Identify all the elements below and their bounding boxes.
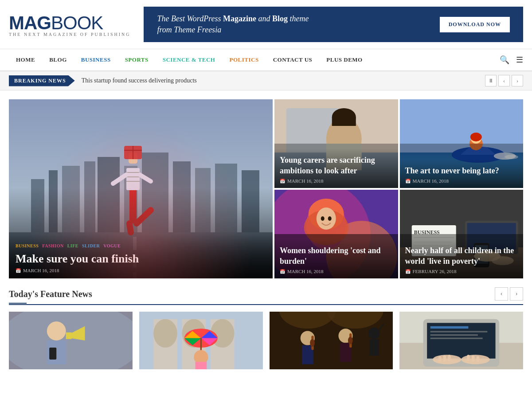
- women-date: MARCH 16, 2018: [280, 269, 393, 274]
- breaking-news-text: This startup found success delivering pr…: [82, 77, 485, 84]
- svg-point-104: [310, 339, 315, 347]
- svg-point-108: [348, 336, 352, 344]
- nav-item-home[interactable]: HOME: [9, 49, 42, 71]
- logo-sub: THE NEXT MAGAZINE OF PUBLISHING: [9, 32, 130, 37]
- tag-vogue[interactable]: VOGUE: [103, 243, 121, 248]
- feature-news-section: Today's Feature News ‹ ›: [0, 283, 532, 378]
- section-title: Today's Feature News: [9, 289, 92, 299]
- nav-item-sports[interactable]: SPORTS: [118, 49, 156, 71]
- feature-prev-button[interactable]: ‹: [495, 287, 508, 301]
- header-ad[interactable]: The Best WordPress Magazine and Blog the…: [144, 7, 523, 42]
- late-title: The art to never being late?: [405, 166, 518, 176]
- featured-date: MARCH 16, 2018: [16, 268, 266, 273]
- svg-rect-0: [9, 99, 273, 278]
- article-poverty[interactable]: BUSINESS Nearly half of all children in …: [400, 190, 524, 278]
- svg-line-28: [140, 175, 151, 181]
- poverty-title: Nearly half of all children in the world…: [405, 246, 518, 266]
- svg-rect-1: [31, 179, 44, 232]
- svg-point-59: [328, 216, 332, 221]
- tag-business[interactable]: BUSINESS: [16, 243, 39, 248]
- carers-date: MARCH 16, 2018: [280, 178, 393, 184]
- svg-rect-81: [49, 348, 56, 360]
- svg-rect-2: [49, 170, 58, 232]
- nav-item-politics[interactable]: POLITICS: [222, 49, 266, 71]
- article-carers[interactable]: Young carers are sacrificing ambitions t…: [274, 99, 398, 188]
- breaking-next-button[interactable]: ›: [512, 75, 523, 86]
- svg-rect-21: [129, 153, 137, 164]
- svg-rect-9: [195, 168, 211, 232]
- svg-rect-127: [477, 356, 479, 362]
- svg-point-47: [470, 133, 481, 141]
- late-date: MARCH 16, 2018: [405, 178, 518, 184]
- svg-rect-117: [430, 331, 488, 332]
- featured-title: Make sure you can finish: [16, 252, 266, 266]
- featured-overlay: BUSINESS FASHION LIFE SLIDER VOGUE Make …: [9, 235, 273, 278]
- svg-rect-4: [84, 161, 95, 232]
- search-icon[interactable]: 🔍: [500, 55, 509, 65]
- feature-card-3[interactable]: [270, 312, 393, 369]
- feature-thumb-3: [270, 312, 393, 369]
- section-header: Today's Feature News ‹ ›: [9, 287, 523, 305]
- nav-item-contact[interactable]: CONTACT US: [266, 49, 320, 71]
- section-nav: ‹ ›: [495, 287, 523, 301]
- tag-slider[interactable]: SLIDER: [82, 243, 100, 248]
- svg-rect-5: [98, 157, 120, 232]
- svg-rect-8: [173, 161, 191, 232]
- nav-item-blog[interactable]: BLOG: [42, 49, 74, 71]
- feature-thumb-2: [139, 312, 263, 369]
- feature-card-1[interactable]: [9, 312, 133, 369]
- svg-rect-6: [124, 166, 137, 232]
- svg-point-77: [47, 321, 66, 340]
- article-late[interactable]: The art to never being late? MARCH 16, 2…: [400, 99, 524, 188]
- nav-item-science[interactable]: SCIENCE & TECH: [156, 49, 223, 71]
- navigation: HOME BLOG BUSINESS SPORTS SCIENCE & TECH…: [0, 49, 532, 71]
- breaking-news-controls: ⏸ ‹ ›: [485, 75, 523, 86]
- svg-point-109: [368, 328, 380, 339]
- svg-rect-11: [242, 170, 259, 232]
- poverty-date: FEBRUARY 26, 2018: [405, 269, 518, 274]
- carers-title: Young carers are sacrificing ambitions t…: [280, 155, 393, 176]
- nav-icons: 🔍 ☰: [500, 55, 523, 65]
- svg-rect-10: [215, 164, 237, 232]
- svg-line-26: [129, 223, 131, 232]
- breaking-pause-button[interactable]: ⏸: [485, 75, 497, 86]
- feature-card-2[interactable]: [139, 312, 263, 369]
- svg-rect-124: [448, 355, 451, 361]
- svg-rect-118: [430, 334, 478, 336]
- ad-text: The Best WordPress Magazine and Blog the…: [157, 13, 309, 35]
- article-women[interactable]: Women shouldering 'cost and burden' MARC…: [274, 190, 398, 278]
- late-overlay: The art to never being late? MARCH 16, 2…: [400, 159, 524, 188]
- breaking-news-bar: Breaking News This startup found success…: [0, 71, 532, 90]
- header: MAGBOOK THE NEXT MAGAZINE OF PUBLISHING …: [0, 0, 532, 49]
- svg-rect-123: [443, 355, 446, 362]
- breaking-prev-button[interactable]: ‹: [498, 75, 510, 86]
- nav-item-business[interactable]: BUSINESS: [74, 49, 118, 71]
- logo-text: MAGBOOK: [9, 12, 130, 34]
- svg-rect-29: [9, 188, 273, 278]
- logo[interactable]: MAGBOOK THE NEXT MAGAZINE OF PUBLISHING: [9, 12, 130, 37]
- menu-icon[interactable]: ☰: [516, 55, 523, 65]
- article-tags: BUSINESS FASHION LIFE SLIDER VOGUE: [16, 243, 266, 248]
- women-overlay: Women shouldering 'cost and burden' MARC…: [274, 239, 398, 278]
- tag-life[interactable]: LIFE: [67, 243, 78, 248]
- svg-rect-12: [9, 232, 273, 278]
- svg-point-58: [321, 216, 325, 221]
- svg-rect-22: [124, 146, 142, 159]
- svg-rect-125: [467, 355, 469, 361]
- svg-line-25: [137, 210, 151, 223]
- svg-rect-110: [369, 339, 379, 356]
- svg-rect-116: [430, 326, 469, 329]
- svg-point-76: [9, 312, 133, 369]
- nav-item-plus-demo[interactable]: PLUS DEMO: [319, 49, 369, 71]
- svg-point-121: [462, 355, 490, 364]
- featured-article[interactable]: BUSINESS FASHION LIFE SLIDER VOGUE Make …: [9, 99, 273, 278]
- svg-rect-14: [133, 254, 137, 268]
- svg-rect-97: [195, 362, 207, 369]
- tag-fashion[interactable]: FASHION: [42, 243, 63, 248]
- ad-download-button[interactable]: DOWNLOAD NOW: [440, 17, 510, 32]
- breaking-news-label: Breaking News: [9, 75, 75, 86]
- feature-card-4[interactable]: [399, 312, 523, 369]
- svg-rect-122: [438, 356, 441, 362]
- nav-links: HOME BLOG BUSINESS SPORTS SCIENCE & TECH…: [9, 49, 500, 71]
- feature-next-button[interactable]: ›: [510, 287, 523, 301]
